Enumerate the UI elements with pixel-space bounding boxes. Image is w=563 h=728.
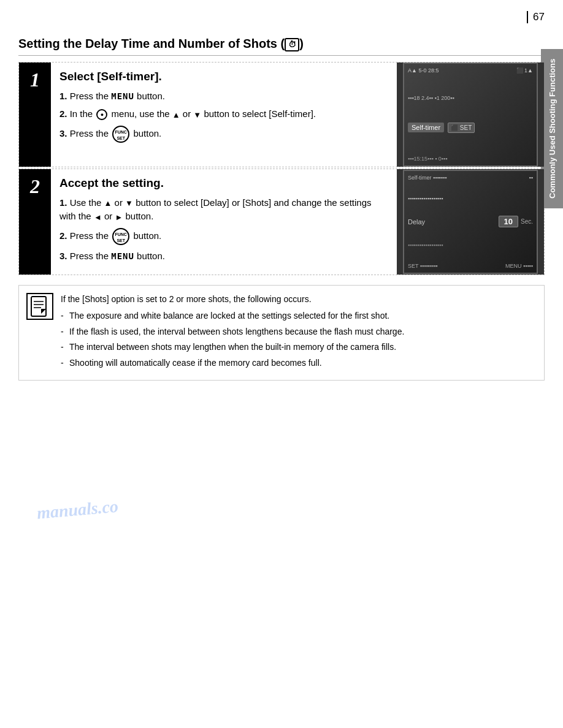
camera-screen-1: A▲ 5-0 28:5 ⬛ 1▲ ▪▪▪18 2.4▪▪ ▪1 200▪▪ Se… xyxy=(403,63,538,167)
screen2-delay-row: Delay 10 Sec. xyxy=(408,216,533,227)
func-set-icon-2: FUNCSET xyxy=(112,228,129,245)
screen2-shots-row: ▪▪▪▪▪▪▪▪▪▪▪▪▪▪▪▪▪▪ xyxy=(408,242,533,248)
note-item-4: Shooting will automatically cease if the… xyxy=(61,357,404,370)
screen2-top-left: Self-timer ▪▪▪▪▪▪▪ xyxy=(408,175,446,181)
menu-text-2: MENU xyxy=(111,251,134,261)
screen1-top: A▲ 5-0 28:5 ⬛ 1▲ xyxy=(408,67,533,74)
step1-item1-num: 1. xyxy=(59,91,67,101)
screen2-bottom-left: SET ▪▪▪▪▪▪▪▪▪ xyxy=(408,263,438,269)
page-container: 67 Commonly Used Shooting Functions Sett… xyxy=(0,0,563,728)
func-set-icon-1: FUNCSET xyxy=(112,126,129,143)
step1-item3-num: 3. xyxy=(59,128,67,138)
step1-content: Select [Self-timer]. 1. Press the MENU b… xyxy=(51,63,397,167)
note-item-1: The exposure and white balance are locke… xyxy=(61,309,404,323)
step1-item1: 1. Press the MENU button. xyxy=(59,89,388,104)
step1-item2: 2. In the ● menu, use the ▲ or ▼ button … xyxy=(59,107,388,121)
note-item-3: The interval between shots may lengthen … xyxy=(61,341,404,354)
step2-item2-num: 2. xyxy=(59,230,67,241)
note-intro: If the [Shots] option is set to 2 or mor… xyxy=(61,293,404,306)
step2-item3: 3. Press the MENU button. xyxy=(59,249,388,264)
step2-item1-num: 1. xyxy=(59,197,67,208)
arrow-right-icon-1: ► xyxy=(115,211,123,224)
arrow-up-icon-1: ▲ xyxy=(172,109,180,121)
svg-marker-4 xyxy=(41,309,46,314)
screen1-self-timer: Self-timer xyxy=(408,123,444,132)
menu-text-1: MENU xyxy=(111,91,134,101)
screen1-bottom: ▪▪▪15:15▪▪▪ ▪ 0▪▪▪ xyxy=(408,156,533,162)
note-icon xyxy=(26,293,53,320)
step2-content: Accept the setting. 1. Use the ▲ or ▼ bu… xyxy=(51,169,397,275)
step1-inner: 1 Select [Self-timer]. 1. Press the MENU… xyxy=(19,63,544,167)
step2-number: 2 xyxy=(19,169,51,275)
shoot-menu-icon: ● xyxy=(96,109,107,120)
watermark: manuals.co xyxy=(36,496,119,523)
screen2-top-right: ▪▪ xyxy=(529,175,533,181)
step2-title: Accept the setting. xyxy=(59,176,388,190)
camera-screen-2: Self-timer ▪▪▪▪▪▪▪ ▪▪ ▪▪▪▪▪▪▪▪▪▪▪▪▪▪▪▪▪▪… xyxy=(403,170,538,274)
main-title: Setting the Delay Time and Number of Sho… xyxy=(18,37,545,56)
screen2-delay-value: 10 xyxy=(499,216,518,227)
step2-block: 2 Accept the setting. 1. Use the ▲ or ▼ … xyxy=(18,169,545,276)
arrow-up-icon-2: ▲ xyxy=(104,197,112,210)
arrow-down-icon-2: ▼ xyxy=(125,197,133,210)
page-number: 67 xyxy=(527,11,545,23)
screen2-delay-unit: Sec. xyxy=(521,218,533,225)
step2-list: 1. Use the ▲ or ▼ button to select [Dela… xyxy=(59,196,388,264)
step1-title: Select [Self-timer]. xyxy=(59,70,388,83)
note-svg-icon xyxy=(29,295,51,317)
step1-item2-num: 2. xyxy=(59,108,67,119)
note-list: The exposure and white balance are locke… xyxy=(61,309,404,370)
step1-number: 1 xyxy=(19,63,51,167)
arrow-left-icon-1: ◄ xyxy=(94,211,102,224)
step2-image: Self-timer ▪▪▪▪▪▪▪ ▪▪ ▪▪▪▪▪▪▪▪▪▪▪▪▪▪▪▪▪▪… xyxy=(397,169,544,275)
screen2-top: Self-timer ▪▪▪▪▪▪▪ ▪▪ xyxy=(408,175,533,181)
step2-item2: 2. Press the FUNCSET button. xyxy=(59,228,388,245)
step2-inner: 2 Accept the setting. 1. Use the ▲ or ▼ … xyxy=(19,169,544,275)
svg-rect-0 xyxy=(31,297,46,316)
step2-item1: 1. Use the ▲ or ▼ button to select [Dela… xyxy=(59,196,388,224)
step1-list: 1. Press the MENU button. 2. In the ● me… xyxy=(59,89,388,143)
title-end: ) xyxy=(299,37,304,50)
screen1-mid2: Self-timer ⬛ SET xyxy=(408,123,533,133)
screen1-top-right: ⬛ 1▲ xyxy=(516,67,533,74)
screen1-mid1: ▪▪▪18 2.4▪▪ ▪1 200▪▪ xyxy=(408,95,533,101)
screen2-bottom: SET ▪▪▪▪▪▪▪▪▪ MENU ▪▪▪▪▪ xyxy=(408,263,533,269)
arrow-down-icon-1: ▼ xyxy=(193,109,201,121)
screen1-set: ⬛ SET xyxy=(448,123,475,133)
screen2-delay-label: Delay xyxy=(408,218,425,226)
title-text: Setting the Delay Time and Number of Sho… xyxy=(18,37,285,50)
step1-image: A▲ 5-0 28:5 ⬛ 1▲ ▪▪▪18 2.4▪▪ ▪1 200▪▪ Se… xyxy=(397,63,544,167)
step1-block: 1 Select [Self-timer]. 1. Press the MENU… xyxy=(18,62,545,167)
sidebar-label: Commonly Used Shooting Functions xyxy=(541,49,563,208)
note-item-2: If the flash is used, the interval betwe… xyxy=(61,325,404,339)
self-timer-icon: ⏱ xyxy=(285,38,299,51)
note-content: If the [Shots] option is set to 2 or mor… xyxy=(61,293,404,372)
note-block: If the [Shots] option is set to 2 or mor… xyxy=(18,285,545,380)
screen2-mid1: ▪▪▪▪▪▪▪▪▪▪▪▪▪▪▪▪▪▪ xyxy=(408,195,533,202)
screen1-top-left: A▲ 5-0 28:5 xyxy=(408,67,439,74)
screen2-bottom-right: MENU ▪▪▪▪▪ xyxy=(505,263,533,269)
step1-item3: 3. Press the FUNCSET button. xyxy=(59,126,388,143)
step2-item3-num: 3. xyxy=(59,251,67,261)
